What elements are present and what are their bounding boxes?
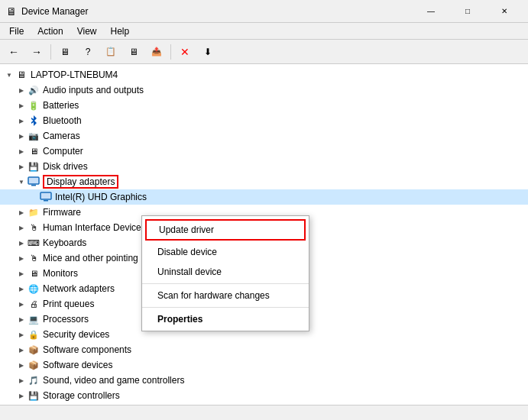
list-item[interactable]: 📦 Software devices: [0, 357, 528, 373]
storage-label: Storage controllers: [43, 390, 120, 401]
list-item[interactable]: 🎵 Sound, video and game controllers: [0, 373, 528, 388]
toggle-computer[interactable]: [15, 145, 28, 157]
monitors-label: Monitors: [43, 268, 78, 279]
intel-label: Intel(R) UHD Graphics: [55, 192, 147, 202]
toggle-proc[interactable]: [15, 313, 28, 325]
disable-device-item[interactable]: Disable device: [142, 242, 309, 262]
menu-view[interactable]: View: [71, 24, 103, 38]
toggle-sound[interactable]: [15, 374, 28, 386]
display-adapters-item[interactable]: Display adapters: [0, 174, 528, 189]
hid-icon: 🖱: [28, 221, 40, 234]
computer-button[interactable]: 🖥: [54, 42, 76, 62]
list-item[interactable]: Bluetooth: [0, 113, 528, 128]
device-tree[interactable]: 🖥 LAPTOP-LTNEBUM4 🔊 Audio inputs and out…: [0, 64, 528, 405]
toggle-swcomp[interactable]: [15, 344, 28, 356]
back-button[interactable]: ←: [3, 42, 24, 62]
toggle-print[interactable]: [15, 298, 28, 310]
bluetooth-label: Bluetooth: [43, 115, 82, 126]
bluetooth-icon: [28, 115, 40, 127]
audio-label: Audio inputs and outputs: [43, 85, 144, 95]
root-toggle[interactable]: [3, 69, 15, 81]
intel-uhd-item[interactable]: Intel(R) UHD Graphics: [0, 189, 528, 205]
proc-label: Processors: [43, 314, 89, 325]
firmware-icon: 📁: [28, 206, 40, 218]
close-button[interactable]: ✕: [487, 0, 522, 23]
swcomp-label: Software components: [43, 344, 131, 355]
print-icon: 🖨: [28, 298, 40, 310]
toggle-disk[interactable]: [15, 160, 28, 173]
list-item[interactable]: 💾 Disk drives: [0, 159, 528, 174]
toolbar: ← → 🖥 ? 📋 🖥 📤 ✕ ⬇: [0, 40, 528, 64]
firmware-label: Firmware: [43, 207, 81, 218]
toggle-batteries[interactable]: [15, 99, 28, 111]
separator-2: [170, 44, 171, 60]
minimize-button[interactable]: —: [413, 0, 449, 23]
menu-file[interactable]: File: [3, 24, 30, 38]
menu-action[interactable]: Action: [31, 24, 69, 38]
list-button[interactable]: 📋: [100, 42, 121, 62]
svg-rect-1: [31, 185, 36, 186]
toggle-keyboards[interactable]: [15, 237, 28, 249]
storage-icon: 💾: [28, 389, 40, 402]
swdev-icon: 📦: [28, 359, 40, 371]
toggle-cameras[interactable]: [15, 130, 28, 142]
list-item[interactable]: 📦 Software components: [0, 342, 528, 357]
display-adapters-label: Display adapters: [43, 175, 118, 189]
keyboards-label: Keyboards: [43, 237, 86, 248]
swdev-label: Software devices: [43, 360, 112, 370]
keyboards-icon: ⌨: [28, 237, 40, 249]
forward-button[interactable]: →: [26, 42, 47, 62]
list-item[interactable]: 🖥 System devices: [0, 403, 528, 405]
update-driver-wrapper: Update driver: [145, 219, 306, 241]
toggle-security[interactable]: [15, 328, 28, 341]
security-label: Security devices: [43, 329, 109, 340]
toggle-monitors[interactable]: [15, 267, 28, 279]
list-item[interactable]: 💾 Storage controllers: [0, 388, 528, 403]
toggle-mice[interactable]: [15, 252, 28, 264]
computer-icon: 🖥: [28, 145, 40, 157]
sound-label: Sound, video and game controllers: [43, 375, 184, 386]
tree-root[interactable]: 🖥 LAPTOP-LTNEBUM4: [0, 67, 528, 82]
remove-button[interactable]: ✕: [174, 42, 196, 62]
main-area: 🖥 LAPTOP-LTNEBUM4 🔊 Audio inputs and out…: [0, 64, 528, 405]
display-icon: [28, 176, 40, 188]
maximize-button[interactable]: □: [450, 0, 485, 23]
scan-button[interactable]: ⬇: [197, 42, 219, 62]
title-bar-icon: 🖥: [6, 5, 17, 18]
proc-icon: 💻: [28, 313, 40, 325]
list-item[interactable]: 📷 Cameras: [0, 128, 528, 144]
uninstall-device-item[interactable]: Uninstall device: [142, 262, 309, 282]
disk-icon: 💾: [28, 160, 40, 173]
list-item[interactable]: 🖥 Computer: [0, 144, 528, 159]
network-label: Network adapters: [43, 283, 115, 294]
properties-item[interactable]: Properties: [142, 309, 309, 329]
batteries-icon: 🔋: [28, 99, 40, 111]
toggle-audio[interactable]: [15, 84, 28, 96]
svg-rect-0: [28, 177, 39, 184]
toggle-firmware[interactable]: [15, 206, 28, 218]
mice-icon: 🖱: [28, 252, 40, 264]
intel-icon: [40, 191, 52, 203]
svg-rect-2: [40, 192, 51, 199]
list-item[interactable]: 🔊 Audio inputs and outputs: [0, 82, 528, 98]
menu-bar: File Action View Help: [0, 23, 528, 40]
toggle-swdev[interactable]: [15, 359, 28, 371]
context-separator-2: [142, 307, 309, 308]
monitors-icon: 🖥: [28, 267, 40, 279]
hid-label: Human Interface Devices: [43, 222, 146, 233]
export-button[interactable]: 📤: [146, 42, 167, 62]
toggle-storage[interactable]: [15, 389, 28, 402]
toggle-bluetooth[interactable]: [15, 115, 28, 127]
toggle-network[interactable]: [15, 283, 28, 295]
menu-help[interactable]: Help: [105, 24, 136, 38]
update-driver-item[interactable]: Update driver: [147, 221, 304, 239]
toggle-hid[interactable]: [15, 221, 28, 234]
list-item[interactable]: 🔋 Batteries: [0, 98, 528, 113]
toggle-intel: [28, 191, 40, 203]
cameras-icon: 📷: [28, 130, 40, 142]
toggle-display[interactable]: [15, 176, 28, 188]
scan-changes-item[interactable]: Scan for hardware changes: [142, 286, 309, 305]
root-label: LAPTOP-LTNEBUM4: [31, 69, 118, 80]
monitor-button[interactable]: 🖥: [123, 42, 144, 62]
help-button[interactable]: ?: [77, 42, 99, 62]
